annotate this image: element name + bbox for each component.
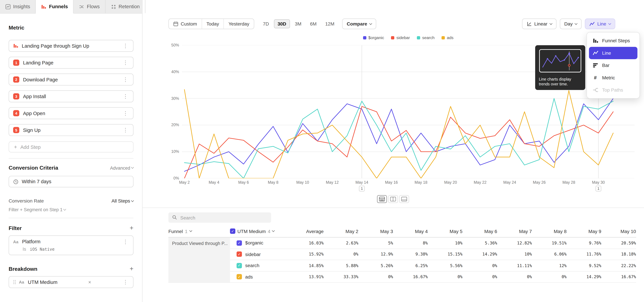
funnel-step-5[interactable]: 5 Sign Up ⋮ (8, 124, 133, 136)
tab-funnels[interactable]: Funnels (36, 0, 74, 14)
range-button-6m[interactable]: 6M (306, 19, 320, 28)
kebab-menu-icon[interactable]: ⋮ (122, 279, 129, 285)
column-header-may-2[interactable]: May 2 (324, 225, 358, 238)
checkbox-checked-icon[interactable]: ✓ (237, 274, 242, 280)
series-line-ads[interactable] (184, 90, 613, 178)
series-row-sidebar[interactable]: ✓sidebar (230, 249, 288, 260)
funnel-step-4[interactable]: 4 App Open ⋮ (8, 107, 133, 119)
range-button-7d[interactable]: 7D (259, 19, 272, 28)
column-header-may-8[interactable]: May 8 (532, 225, 566, 238)
series-row-search[interactable]: ✓search (230, 260, 288, 271)
funnel-step-3[interactable]: 3 App Install ⋮ (8, 90, 133, 102)
menu-item-line[interactable]: Line (589, 47, 638, 59)
breakdown-heading: Breakdown (8, 266, 38, 272)
checkbox-checked-icon[interactable]: ✓ (237, 252, 242, 257)
funnel-group-cell[interactable]: Product Viewed through P... (168, 238, 230, 283)
value-cell: 5.88% (324, 260, 358, 271)
series-row-ads[interactable]: ✓ads (230, 272, 288, 283)
layout-split-horizontal-button[interactable] (377, 195, 387, 203)
advanced-dropdown[interactable]: Advanced (110, 166, 134, 170)
column-header-may-4[interactable]: May 4 (393, 225, 428, 238)
column-header-may-9[interactable]: May 9 (566, 225, 601, 238)
tab-retention[interactable]: Retention (106, 0, 146, 13)
tab-flows[interactable]: Flows (74, 0, 105, 13)
breakdown-column-header[interactable]: ✓ UTM Medium 4 (230, 225, 288, 238)
column-header-average[interactable]: Average (288, 225, 324, 238)
menu-item-funnel-steps[interactable]: Funnel Steps (589, 34, 638, 47)
tooltip-text: Line charts display trends over time. (539, 77, 582, 86)
conversion-window-card[interactable]: Within 7 days (8, 176, 133, 188)
preset-button-custom[interactable]: Custom (169, 19, 202, 29)
menu-item-top-paths: Top Paths (589, 84, 638, 96)
filter-value[interactable]: iOS Native (30, 247, 54, 251)
tab-insights[interactable]: Insights (0, 0, 36, 13)
kebab-menu-icon[interactable]: ⋮ (122, 77, 129, 82)
funnel-column-header[interactable]: Funnel 1 (168, 225, 230, 238)
range-button-3m[interactable]: 3M (291, 19, 305, 28)
scale-dropdown-button[interactable]: Linear (522, 18, 556, 29)
value-cell: 9.52% (566, 260, 601, 271)
column-header-may-5[interactable]: May 5 (428, 225, 462, 238)
series-row-organic[interactable]: ✓$organic (230, 238, 288, 249)
kebab-menu-icon[interactable]: ⋮ (122, 94, 129, 99)
column-header-may-6[interactable]: May 6 (462, 225, 497, 238)
value-cell: 9.38% (393, 249, 428, 260)
funnels-app-page: Insights Funnels Flows Retention Metric … (0, 0, 644, 302)
compare-button[interactable]: Compare (342, 18, 376, 29)
kebab-menu-icon[interactable]: ⋮ (122, 43, 129, 48)
chevron-down-icon (550, 22, 552, 25)
preset-button-yesterday[interactable]: Yesterday (224, 19, 254, 29)
legend-item-sidebar[interactable]: sidebar (391, 36, 410, 40)
breakdown-table: Funnel 1 ✓ UTM Medium 4 Product Viewed t… (168, 225, 636, 283)
all-steps-dropdown[interactable]: All Steps (112, 198, 134, 203)
checkbox-checked-icon[interactable]: ✓ (230, 228, 235, 234)
chevron-down-icon (272, 229, 275, 232)
value-cell: 8% (393, 238, 428, 249)
chevron-down-icon (575, 22, 578, 25)
kebab-menu-icon[interactable]: ⋮ (122, 127, 129, 133)
report-tabbar: Insights Funnels Flows Retention (0, 0, 142, 14)
series-line-organic[interactable] (184, 98, 613, 171)
y-axis-label: 50% (164, 43, 179, 47)
layout-chart-only-button[interactable] (399, 195, 409, 203)
column-header-may-7[interactable]: May 7 (497, 225, 532, 238)
menu-item-metric[interactable]: #Metric (589, 72, 638, 84)
breakdown-item-card[interactable]: Aa UTM Medium × ⋮ (8, 276, 133, 288)
checkbox-checked-icon[interactable]: ✓ (237, 240, 242, 246)
funnel-column-count: 1 (185, 229, 188, 234)
series-line-search[interactable] (184, 98, 613, 178)
annotation-badge[interactable]: 1 (596, 186, 601, 192)
range-button-30d[interactable]: 30D (274, 19, 290, 28)
checkbox-checked-icon[interactable]: ✓ (237, 263, 242, 268)
legend-item-organic[interactable]: $organic (363, 36, 384, 40)
kebab-menu-icon[interactable]: ⋮ (122, 110, 129, 116)
interval-dropdown-button[interactable]: Day (560, 18, 582, 29)
range-button-12m[interactable]: 12M (322, 19, 338, 28)
drag-handle-icon[interactable] (13, 280, 16, 284)
add-step-label: Add Step (20, 144, 40, 150)
legend-item-search[interactable]: search (417, 36, 434, 40)
column-header-may-3[interactable]: May 3 (358, 225, 393, 238)
value-cell: 14.29% (462, 249, 497, 260)
remove-breakdown-icon[interactable]: × (86, 279, 93, 285)
kebab-menu-icon[interactable]: ⋮ (122, 60, 129, 66)
filter-item-card[interactable]: Aa Platform ⋮ Is iOS Native (8, 236, 133, 255)
legend-item-ads[interactable]: ads (442, 36, 454, 40)
add-breakdown-button[interactable]: + (130, 266, 134, 272)
chart-type-dropdown-button[interactable]: Line (585, 18, 615, 29)
filter-segment-dropdown[interactable]: Filter + Segment on Step 1 (8, 207, 133, 212)
annotation-badge[interactable]: 1 (359, 186, 364, 192)
filter-operator[interactable]: Is (23, 246, 26, 251)
funnel-metric-card[interactable]: Landing Page through Sign Up ⋮ (8, 40, 133, 52)
menu-item-bar[interactable]: Bar (589, 59, 638, 72)
kebab-menu-icon[interactable]: ⋮ (122, 239, 129, 244)
search-input[interactable] (168, 212, 271, 223)
chart-legend: $organicsidebarsearchads (182, 36, 634, 40)
funnel-step-2[interactable]: 2 Download Page ⋮ (8, 74, 133, 86)
add-step-button[interactable]: + Add Step (8, 141, 133, 152)
column-header-may-10[interactable]: May 10 (601, 225, 636, 238)
funnel-step-1[interactable]: 1 Landing Page ⋮ (8, 57, 133, 68)
layout-split-vertical-button[interactable] (388, 195, 398, 203)
add-filter-button[interactable]: + (130, 225, 134, 231)
preset-button-today[interactable]: Today (202, 19, 224, 29)
